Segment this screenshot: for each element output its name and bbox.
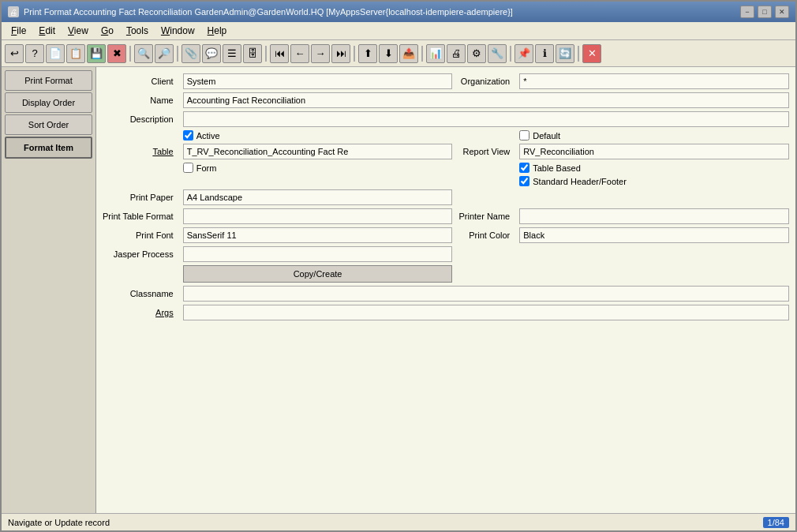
active-label: Active bbox=[196, 131, 220, 140]
menu-bar: File Edit View Go Tools Window Help bbox=[2, 22, 795, 40]
print-table-format-input[interactable] bbox=[183, 208, 453, 224]
standard-header-label: Standard Header/Footer bbox=[533, 177, 627, 186]
find-toolbar-btn[interactable]: 🔍 bbox=[134, 44, 153, 63]
title-bar-buttons: − □ ✕ bbox=[740, 6, 789, 18]
name-input[interactable] bbox=[183, 92, 789, 108]
sort-order-tab[interactable]: Sort Order bbox=[5, 114, 92, 135]
status-bar: Navigate or Update record 1/84 bbox=[2, 513, 795, 530]
nav-next-btn[interactable]: → bbox=[311, 44, 330, 63]
active-checkbox[interactable] bbox=[183, 130, 193, 140]
detail-btn[interactable]: ⬇ bbox=[379, 44, 398, 63]
new-toolbar-btn[interactable]: 📄 bbox=[46, 44, 65, 63]
form-grid: Client Organization Name Description Act… bbox=[103, 73, 789, 320]
back-toolbar-btn[interactable]: ↩ bbox=[5, 44, 24, 63]
table-based-container: Table Based bbox=[519, 163, 789, 173]
chat-toolbar-btn[interactable]: 💬 bbox=[202, 44, 221, 63]
description-input[interactable] bbox=[183, 111, 789, 127]
content-area: Print Format Display Order Sort Order Fo… bbox=[2, 67, 795, 513]
report-view-label: Report View bbox=[458, 147, 513, 156]
info-btn[interactable]: ℹ bbox=[535, 44, 554, 63]
print-paper-input[interactable] bbox=[183, 189, 453, 205]
table-based-label: Table Based bbox=[533, 163, 581, 173]
page-indicator: 1/84 bbox=[763, 517, 789, 528]
menu-window[interactable]: Window bbox=[155, 24, 201, 38]
grid-toolbar-btn[interactable]: ☰ bbox=[223, 44, 241, 63]
archive-toolbar-btn[interactable]: 🗄 bbox=[243, 44, 262, 63]
close-red-btn[interactable]: ✕ bbox=[582, 44, 601, 63]
attach-toolbar-btn[interactable]: 📎 bbox=[181, 44, 200, 63]
display-order-tab[interactable]: Display Order bbox=[5, 92, 92, 113]
window-title: Print Format Accounting Fact Reconciliat… bbox=[24, 7, 513, 17]
close-button[interactable]: ✕ bbox=[775, 6, 789, 18]
default-container: Default bbox=[519, 130, 789, 140]
copy-create-button[interactable]: Copy/Create bbox=[183, 265, 453, 283]
default-checkbox[interactable] bbox=[519, 130, 529, 140]
org-label: Organization bbox=[458, 77, 513, 86]
print-format-tab[interactable]: Print Format bbox=[5, 70, 92, 91]
args-input[interactable] bbox=[183, 305, 789, 320]
main-window: 🖨 Print Format Accounting Fact Reconcili… bbox=[0, 0, 797, 532]
toolbar: ↩ ? 📄 📋 💾 ✖ 🔍 🔎 📎 💬 ☰ 🗄 ⏮ ← → ⏭ ⬆ ⬇ 📤 📊 … bbox=[2, 40, 795, 67]
copy-toolbar-btn[interactable]: 📋 bbox=[66, 44, 85, 63]
nav-prev-first-btn[interactable]: ⏮ bbox=[270, 44, 289, 63]
jasper-process-input[interactable] bbox=[183, 246, 453, 262]
printer-name-input[interactable] bbox=[519, 208, 789, 224]
workflow-btn[interactable]: 📌 bbox=[514, 44, 533, 63]
print-color-label: Print Color bbox=[458, 230, 513, 240]
print-color-input[interactable] bbox=[519, 227, 789, 243]
form-checkbox[interactable] bbox=[183, 163, 193, 173]
help-toolbar-btn[interactable]: ? bbox=[25, 44, 44, 63]
args-label: Args bbox=[103, 308, 177, 317]
sidebar: Print Format Display Order Sort Order Fo… bbox=[2, 67, 96, 513]
name-label: Name bbox=[103, 96, 177, 105]
client-label: Client bbox=[103, 77, 177, 86]
org-input[interactable] bbox=[519, 73, 789, 89]
active-container: Active bbox=[183, 130, 453, 140]
standard-header-checkbox[interactable] bbox=[519, 176, 529, 186]
print-font-input[interactable] bbox=[183, 227, 453, 243]
menu-go[interactable]: Go bbox=[95, 24, 120, 38]
status-message: Navigate or Update record bbox=[8, 518, 110, 527]
zoom-toolbar-btn[interactable]: 🔎 bbox=[155, 44, 174, 63]
table-based-checkbox[interactable] bbox=[519, 163, 529, 173]
menu-help[interactable]: Help bbox=[201, 24, 234, 38]
report-view-input[interactable] bbox=[519, 144, 789, 159]
form-label: Form bbox=[196, 163, 217, 173]
jasper-process-label: Jasper Process bbox=[103, 249, 177, 259]
title-bar-left: 🖨 Print Format Accounting Fact Reconcili… bbox=[8, 6, 513, 17]
parent-btn[interactable]: ⬆ bbox=[358, 44, 377, 63]
form-container: Form bbox=[183, 163, 453, 173]
restore-button[interactable]: □ bbox=[758, 6, 772, 18]
classname-input[interactable] bbox=[183, 286, 789, 302]
nav-next-last-btn[interactable]: ⏭ bbox=[331, 44, 350, 63]
menu-view[interactable]: View bbox=[62, 24, 95, 38]
print-btn[interactable]: 🖨 bbox=[447, 44, 466, 63]
client-input[interactable] bbox=[183, 73, 453, 89]
sep1 bbox=[129, 46, 131, 62]
sep5 bbox=[421, 46, 423, 62]
reload-btn[interactable]: 🔄 bbox=[556, 44, 574, 63]
delete-toolbar-btn[interactable]: ✖ bbox=[107, 44, 126, 63]
format-item-tab[interactable]: Format Item bbox=[5, 137, 92, 159]
report-btn[interactable]: 📊 bbox=[426, 44, 445, 63]
settings-btn[interactable]: ⚙ bbox=[467, 44, 486, 63]
nav-prev-btn[interactable]: ← bbox=[290, 44, 309, 63]
print-paper-label: Print Paper bbox=[103, 193, 177, 202]
export-btn[interactable]: 📤 bbox=[399, 44, 418, 63]
minimize-button[interactable]: − bbox=[740, 6, 754, 18]
description-label: Description bbox=[103, 114, 177, 124]
menu-tools[interactable]: Tools bbox=[120, 24, 155, 38]
account-btn[interactable]: 🔧 bbox=[488, 44, 507, 63]
sep4 bbox=[354, 46, 355, 62]
table-label: Table bbox=[103, 147, 177, 156]
default-label: Default bbox=[533, 131, 560, 140]
print-table-format-label: Print Table Format bbox=[103, 212, 177, 221]
menu-edit[interactable]: Edit bbox=[32, 24, 62, 38]
print-font-label: Print Font bbox=[103, 230, 177, 240]
table-input[interactable] bbox=[183, 144, 453, 159]
save-toolbar-btn[interactable]: 💾 bbox=[87, 44, 106, 63]
sep7 bbox=[578, 46, 579, 62]
menu-file[interactable]: File bbox=[5, 24, 32, 38]
sep3 bbox=[265, 46, 267, 62]
standard-header-container: Standard Header/Footer bbox=[519, 176, 789, 186]
